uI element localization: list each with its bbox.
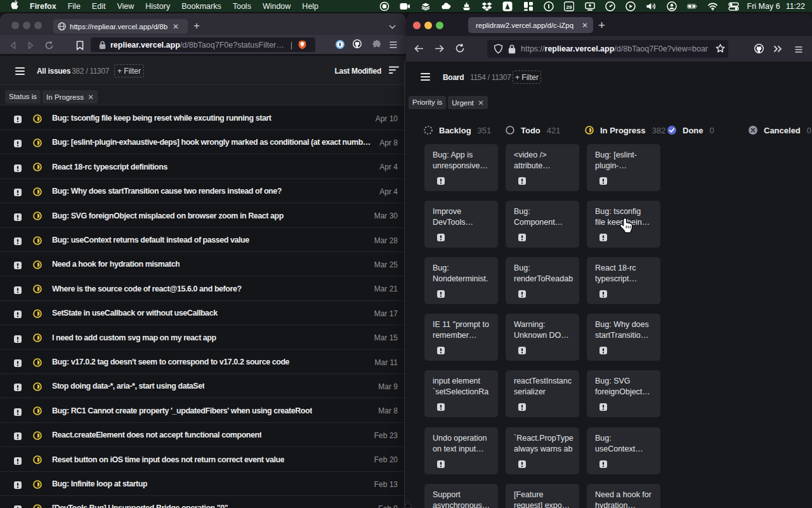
svg-text:29: 29 (566, 4, 572, 10)
